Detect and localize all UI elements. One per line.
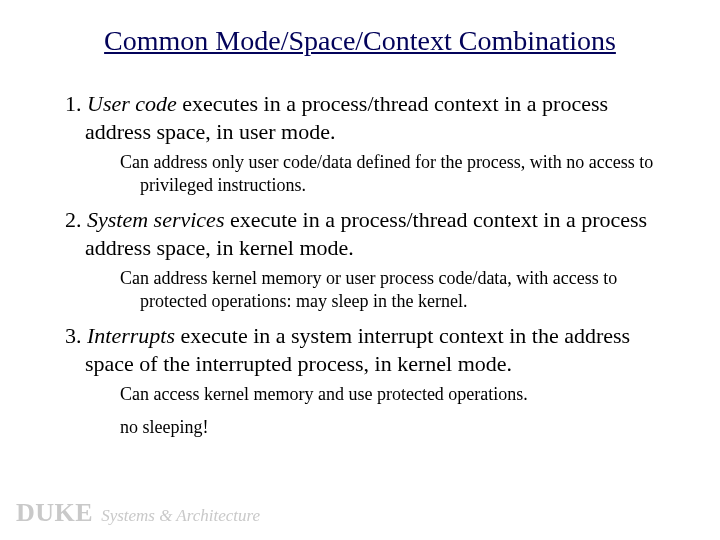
item-main-1: 1. User code executes in a process/threa… [65,90,660,145]
item-number: 1. [65,91,87,116]
slide-title: Common Mode/Space/Context Combinations [0,25,720,57]
item-lead: User code [87,91,177,116]
item-sub: Can address kernel memory or user proces… [85,267,660,312]
list-item: 3. Interrupts execute in a system interr… [65,322,660,438]
item-sub: Can access kernel memory and use protect… [85,383,660,406]
item-number: 3. [65,323,87,348]
footer: DUKE Systems & Architecture [16,498,260,528]
item-lead: System services [87,207,224,232]
item-lead: Interrupts [87,323,175,348]
item-sub: no sleeping! [85,416,660,439]
item-main-2: 2. System services execute in a process/… [65,206,660,261]
item-number: 2. [65,207,87,232]
item-sub: Can address only user code/data defined … [85,151,660,196]
footer-brand: DUKE [16,498,93,528]
footer-subtitle: Systems & Architecture [101,506,260,526]
list-item: 2. System services execute in a process/… [65,206,660,312]
slide-body: 1. User code executes in a process/threa… [65,90,660,448]
item-main-3: 3. Interrupts execute in a system interr… [65,322,660,377]
slide: Common Mode/Space/Context Combinations 1… [0,0,720,540]
list-item: 1. User code executes in a process/threa… [65,90,660,196]
